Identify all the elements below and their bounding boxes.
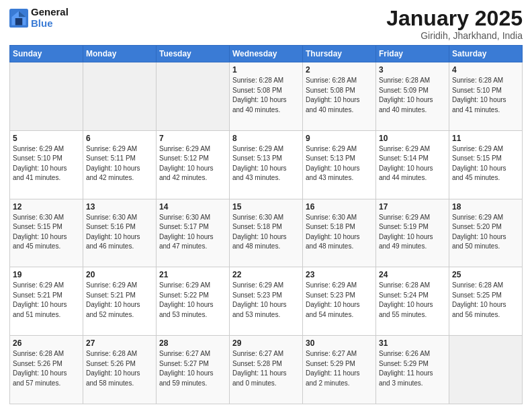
day-info: Sunrise: 6:30 AM Sunset: 5:16 PM Dayligh… xyxy=(86,213,153,252)
day-number: 17 xyxy=(379,202,446,212)
day-info: Sunrise: 6:29 AM Sunset: 5:19 PM Dayligh… xyxy=(379,213,446,252)
day-number: 8 xyxy=(232,134,300,143)
calendar-cell: 15Sunrise: 6:30 AM Sunset: 5:18 PM Dayli… xyxy=(230,199,303,267)
calendar-cell: 27Sunrise: 6:28 AM Sunset: 5:26 PM Dayli… xyxy=(83,336,157,404)
calendar-cell: 29Sunrise: 6:27 AM Sunset: 5:28 PM Dayli… xyxy=(230,336,303,404)
logo-general: General xyxy=(31,6,69,17)
day-info: Sunrise: 6:29 AM Sunset: 5:21 PM Dayligh… xyxy=(86,281,153,320)
header: General Blue January 2025 Giridih, Jhark… xyxy=(9,7,523,41)
calendar-cell xyxy=(449,336,523,404)
calendar-cell: 12Sunrise: 6:30 AM Sunset: 5:15 PM Dayli… xyxy=(10,199,83,267)
calendar-cell: 30Sunrise: 6:27 AM Sunset: 5:29 PM Dayli… xyxy=(303,336,376,404)
day-info: Sunrise: 6:27 AM Sunset: 5:27 PM Dayligh… xyxy=(159,349,226,388)
calendar-cell: 16Sunrise: 6:30 AM Sunset: 5:18 PM Dayli… xyxy=(303,199,376,267)
day-number: 30 xyxy=(306,338,373,348)
calendar-cell xyxy=(157,62,230,131)
day-number: 6 xyxy=(86,134,153,143)
day-number: 31 xyxy=(379,338,446,348)
day-number: 22 xyxy=(232,270,300,279)
calendar-week-row: 12Sunrise: 6:30 AM Sunset: 5:15 PM Dayli… xyxy=(10,199,523,267)
calendar-title: January 2025 xyxy=(386,7,523,30)
calendar-cell: 24Sunrise: 6:28 AM Sunset: 5:24 PM Dayli… xyxy=(376,267,449,336)
day-info: Sunrise: 6:26 AM Sunset: 5:29 PM Dayligh… xyxy=(379,349,446,388)
calendar-cell: 19Sunrise: 6:29 AM Sunset: 5:21 PM Dayli… xyxy=(10,267,83,336)
day-info: Sunrise: 6:28 AM Sunset: 5:10 PM Dayligh… xyxy=(452,76,519,115)
logo: General Blue xyxy=(9,7,69,29)
calendar-cell: 17Sunrise: 6:29 AM Sunset: 5:19 PM Dayli… xyxy=(376,199,449,267)
day-info: Sunrise: 6:29 AM Sunset: 5:14 PM Dayligh… xyxy=(379,144,446,183)
calendar-cell: 18Sunrise: 6:29 AM Sunset: 5:20 PM Dayli… xyxy=(449,199,523,267)
day-number: 3 xyxy=(379,65,446,75)
day-info: Sunrise: 6:28 AM Sunset: 5:25 PM Dayligh… xyxy=(452,281,519,320)
calendar-cell: 11Sunrise: 6:29 AM Sunset: 5:15 PM Dayli… xyxy=(449,130,523,199)
calendar-cell: 7Sunrise: 6:29 AM Sunset: 5:12 PM Daylig… xyxy=(157,130,230,199)
calendar-cell: 31Sunrise: 6:26 AM Sunset: 5:29 PM Dayli… xyxy=(376,336,449,404)
calendar-cell: 14Sunrise: 6:30 AM Sunset: 5:17 PM Dayli… xyxy=(157,199,230,267)
logo-text-block: General Blue xyxy=(31,7,69,29)
day-info: Sunrise: 6:27 AM Sunset: 5:28 PM Dayligh… xyxy=(232,349,300,388)
day-number: 26 xyxy=(13,338,80,348)
day-info: Sunrise: 6:30 AM Sunset: 5:18 PM Dayligh… xyxy=(306,213,373,252)
day-number: 5 xyxy=(13,134,80,143)
calendar-table: SundayMondayTuesdayWednesdayThursdayFrid… xyxy=(9,45,523,404)
day-number: 20 xyxy=(86,270,153,279)
day-number: 27 xyxy=(86,338,153,348)
day-number: 12 xyxy=(13,202,80,212)
day-info: Sunrise: 6:29 AM Sunset: 5:10 PM Dayligh… xyxy=(13,144,80,183)
calendar-cell: 23Sunrise: 6:29 AM Sunset: 5:23 PM Dayli… xyxy=(303,267,376,336)
calendar-cell: 6Sunrise: 6:29 AM Sunset: 5:11 PM Daylig… xyxy=(83,130,157,199)
calendar-cell: 28Sunrise: 6:27 AM Sunset: 5:27 PM Dayli… xyxy=(157,336,230,404)
day-number: 24 xyxy=(379,270,446,279)
day-number: 7 xyxy=(159,134,226,143)
calendar-cell: 21Sunrise: 6:29 AM Sunset: 5:22 PM Dayli… xyxy=(157,267,230,336)
day-info: Sunrise: 6:29 AM Sunset: 5:12 PM Dayligh… xyxy=(159,144,226,183)
day-info: Sunrise: 6:30 AM Sunset: 5:15 PM Dayligh… xyxy=(13,213,80,252)
day-number: 29 xyxy=(232,338,300,348)
day-number: 21 xyxy=(159,270,226,279)
day-number: 19 xyxy=(13,270,80,279)
weekday-header-row: SundayMondayTuesdayWednesdayThursdayFrid… xyxy=(10,46,523,62)
calendar-cell: 1Sunrise: 6:28 AM Sunset: 5:08 PM Daylig… xyxy=(230,62,303,131)
calendar-cell: 9Sunrise: 6:29 AM Sunset: 5:13 PM Daylig… xyxy=(303,130,376,199)
calendar-cell: 3Sunrise: 6:28 AM Sunset: 5:09 PM Daylig… xyxy=(376,62,449,131)
calendar-week-row: 5Sunrise: 6:29 AM Sunset: 5:10 PM Daylig… xyxy=(10,130,523,199)
calendar-week-row: 26Sunrise: 6:28 AM Sunset: 5:26 PM Dayli… xyxy=(10,336,523,404)
day-info: Sunrise: 6:28 AM Sunset: 5:24 PM Dayligh… xyxy=(379,281,446,320)
day-number: 23 xyxy=(306,270,373,279)
day-number: 16 xyxy=(306,202,373,212)
day-info: Sunrise: 6:28 AM Sunset: 5:09 PM Dayligh… xyxy=(379,76,446,115)
day-info: Sunrise: 6:28 AM Sunset: 5:08 PM Dayligh… xyxy=(306,76,373,115)
logo-blue: Blue xyxy=(31,17,53,29)
weekday-header-thursday: Thursday xyxy=(303,46,376,62)
day-info: Sunrise: 6:29 AM Sunset: 5:23 PM Dayligh… xyxy=(306,281,373,320)
calendar-cell xyxy=(83,62,157,131)
day-number: 13 xyxy=(86,202,153,212)
day-info: Sunrise: 6:28 AM Sunset: 5:08 PM Dayligh… xyxy=(232,76,300,115)
calendar-cell: 25Sunrise: 6:28 AM Sunset: 5:25 PM Dayli… xyxy=(449,267,523,336)
calendar-cell: 2Sunrise: 6:28 AM Sunset: 5:08 PM Daylig… xyxy=(303,62,376,131)
day-number: 14 xyxy=(159,202,226,212)
day-info: Sunrise: 6:29 AM Sunset: 5:20 PM Dayligh… xyxy=(452,213,519,252)
calendar-cell: 5Sunrise: 6:29 AM Sunset: 5:10 PM Daylig… xyxy=(10,130,83,199)
day-number: 18 xyxy=(452,202,519,212)
weekday-header-sunday: Sunday xyxy=(10,46,83,62)
day-info: Sunrise: 6:29 AM Sunset: 5:23 PM Dayligh… xyxy=(232,281,300,320)
day-info: Sunrise: 6:27 AM Sunset: 5:29 PM Dayligh… xyxy=(306,349,373,388)
day-number: 9 xyxy=(306,134,373,143)
calendar-cell xyxy=(10,62,83,131)
title-block: January 2025 Giridih, Jharkhand, India xyxy=(386,7,523,41)
day-info: Sunrise: 6:29 AM Sunset: 5:11 PM Dayligh… xyxy=(86,144,153,183)
svg-rect-3 xyxy=(15,18,23,26)
day-number: 28 xyxy=(159,338,226,348)
day-info: Sunrise: 6:29 AM Sunset: 5:13 PM Dayligh… xyxy=(232,144,300,183)
day-info: Sunrise: 6:29 AM Sunset: 5:21 PM Dayligh… xyxy=(13,281,80,320)
day-number: 2 xyxy=(306,65,373,75)
calendar-cell: 20Sunrise: 6:29 AM Sunset: 5:21 PM Dayli… xyxy=(83,267,157,336)
calendar-week-row: 19Sunrise: 6:29 AM Sunset: 5:21 PM Dayli… xyxy=(10,267,523,336)
weekday-header-wednesday: Wednesday xyxy=(230,46,303,62)
weekday-header-saturday: Saturday xyxy=(449,46,523,62)
day-info: Sunrise: 6:30 AM Sunset: 5:17 PM Dayligh… xyxy=(159,213,226,252)
calendar-week-row: 1Sunrise: 6:28 AM Sunset: 5:08 PM Daylig… xyxy=(10,62,523,131)
calendar-cell: 26Sunrise: 6:28 AM Sunset: 5:26 PM Dayli… xyxy=(10,336,83,404)
calendar-cell: 13Sunrise: 6:30 AM Sunset: 5:16 PM Dayli… xyxy=(83,199,157,267)
